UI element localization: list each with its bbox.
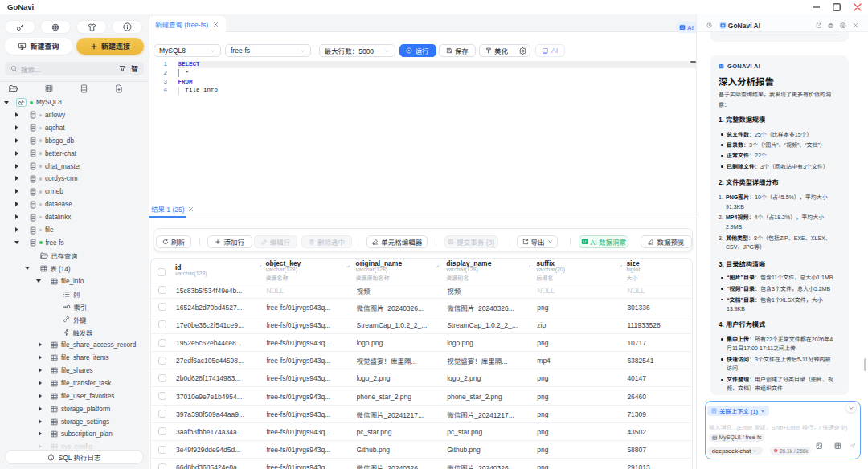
svg-text:navi: navi (19, 103, 24, 106)
